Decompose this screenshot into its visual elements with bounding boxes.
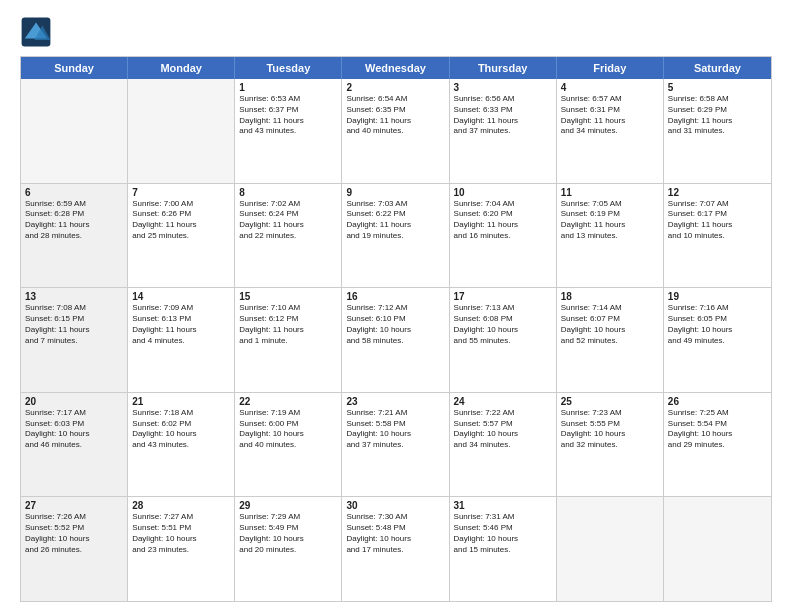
sunset-line: Sunset: 5:48 PM xyxy=(346,523,444,534)
header-day-saturday: Saturday xyxy=(664,57,771,79)
daylight-line1: Daylight: 11 hours xyxy=(454,220,552,231)
daylight-line1: Daylight: 11 hours xyxy=(668,116,767,127)
daylight-line2: and 16 minutes. xyxy=(454,231,552,242)
sunset-line: Sunset: 6:05 PM xyxy=(668,314,767,325)
sunrise-line: Sunrise: 7:04 AM xyxy=(454,199,552,210)
daylight-line1: Daylight: 10 hours xyxy=(454,534,552,545)
sunrise-line: Sunrise: 7:07 AM xyxy=(668,199,767,210)
logo xyxy=(20,16,56,48)
daylight-line1: Daylight: 10 hours xyxy=(239,429,337,440)
sunset-line: Sunset: 6:26 PM xyxy=(132,209,230,220)
cal-cell: 13Sunrise: 7:08 AMSunset: 6:15 PMDayligh… xyxy=(21,288,128,392)
day-number: 7 xyxy=(132,187,230,198)
header-day-wednesday: Wednesday xyxy=(342,57,449,79)
sunset-line: Sunset: 5:57 PM xyxy=(454,419,552,430)
cal-cell: 31Sunrise: 7:31 AMSunset: 5:46 PMDayligh… xyxy=(450,497,557,601)
sunrise-line: Sunrise: 6:57 AM xyxy=(561,94,659,105)
cal-cell xyxy=(128,79,235,183)
day-number: 30 xyxy=(346,500,444,511)
cal-cell: 23Sunrise: 7:21 AMSunset: 5:58 PMDayligh… xyxy=(342,393,449,497)
sunrise-line: Sunrise: 7:23 AM xyxy=(561,408,659,419)
daylight-line2: and 37 minutes. xyxy=(346,440,444,451)
day-number: 12 xyxy=(668,187,767,198)
day-number: 28 xyxy=(132,500,230,511)
daylight-line2: and 17 minutes. xyxy=(346,545,444,556)
sunrise-line: Sunrise: 7:27 AM xyxy=(132,512,230,523)
sunset-line: Sunset: 5:51 PM xyxy=(132,523,230,534)
daylight-line2: and 25 minutes. xyxy=(132,231,230,242)
day-number: 26 xyxy=(668,396,767,407)
daylight-line2: and 37 minutes. xyxy=(454,126,552,137)
sunset-line: Sunset: 6:13 PM xyxy=(132,314,230,325)
sunrise-line: Sunrise: 7:13 AM xyxy=(454,303,552,314)
daylight-line1: Daylight: 10 hours xyxy=(346,429,444,440)
day-number: 1 xyxy=(239,82,337,93)
sunrise-line: Sunrise: 7:29 AM xyxy=(239,512,337,523)
cal-cell: 3Sunrise: 6:56 AMSunset: 6:33 PMDaylight… xyxy=(450,79,557,183)
sunset-line: Sunset: 6:31 PM xyxy=(561,105,659,116)
daylight-line1: Daylight: 11 hours xyxy=(239,116,337,127)
daylight-line2: and 13 minutes. xyxy=(561,231,659,242)
daylight-line2: and 34 minutes. xyxy=(454,440,552,451)
daylight-line1: Daylight: 10 hours xyxy=(132,534,230,545)
day-number: 22 xyxy=(239,396,337,407)
sunset-line: Sunset: 6:24 PM xyxy=(239,209,337,220)
sunset-line: Sunset: 5:55 PM xyxy=(561,419,659,430)
day-number: 19 xyxy=(668,291,767,302)
daylight-line1: Daylight: 10 hours xyxy=(668,429,767,440)
day-number: 15 xyxy=(239,291,337,302)
daylight-line2: and 40 minutes. xyxy=(346,126,444,137)
daylight-line2: and 29 minutes. xyxy=(668,440,767,451)
day-number: 24 xyxy=(454,396,552,407)
daylight-line1: Daylight: 10 hours xyxy=(132,429,230,440)
daylight-line2: and 55 minutes. xyxy=(454,336,552,347)
sunset-line: Sunset: 6:00 PM xyxy=(239,419,337,430)
calendar-header: SundayMondayTuesdayWednesdayThursdayFrid… xyxy=(21,57,771,79)
daylight-line2: and 19 minutes. xyxy=(346,231,444,242)
daylight-line2: and 7 minutes. xyxy=(25,336,123,347)
sunrise-line: Sunrise: 7:17 AM xyxy=(25,408,123,419)
day-number: 21 xyxy=(132,396,230,407)
cal-cell: 20Sunrise: 7:17 AMSunset: 6:03 PMDayligh… xyxy=(21,393,128,497)
sunrise-line: Sunrise: 7:19 AM xyxy=(239,408,337,419)
daylight-line1: Daylight: 11 hours xyxy=(132,220,230,231)
cal-cell: 11Sunrise: 7:05 AMSunset: 6:19 PMDayligh… xyxy=(557,184,664,288)
cal-cell xyxy=(664,497,771,601)
cal-cell: 19Sunrise: 7:16 AMSunset: 6:05 PMDayligh… xyxy=(664,288,771,392)
week-row-2: 6Sunrise: 6:59 AMSunset: 6:28 PMDaylight… xyxy=(21,184,771,289)
daylight-line2: and 49 minutes. xyxy=(668,336,767,347)
sunset-line: Sunset: 6:15 PM xyxy=(25,314,123,325)
daylight-line2: and 28 minutes. xyxy=(25,231,123,242)
daylight-line1: Daylight: 10 hours xyxy=(668,325,767,336)
sunset-line: Sunset: 6:29 PM xyxy=(668,105,767,116)
daylight-line1: Daylight: 11 hours xyxy=(239,220,337,231)
daylight-line1: Daylight: 11 hours xyxy=(25,325,123,336)
sunrise-line: Sunrise: 7:30 AM xyxy=(346,512,444,523)
sunrise-line: Sunrise: 7:09 AM xyxy=(132,303,230,314)
day-number: 11 xyxy=(561,187,659,198)
cal-cell xyxy=(557,497,664,601)
sunset-line: Sunset: 6:03 PM xyxy=(25,419,123,430)
daylight-line2: and 40 minutes. xyxy=(239,440,337,451)
day-number: 20 xyxy=(25,396,123,407)
sunrise-line: Sunrise: 7:26 AM xyxy=(25,512,123,523)
daylight-line2: and 4 minutes. xyxy=(132,336,230,347)
sunset-line: Sunset: 6:22 PM xyxy=(346,209,444,220)
sunset-line: Sunset: 5:52 PM xyxy=(25,523,123,534)
sunrise-line: Sunrise: 7:14 AM xyxy=(561,303,659,314)
sunset-line: Sunset: 5:54 PM xyxy=(668,419,767,430)
header-day-monday: Monday xyxy=(128,57,235,79)
daylight-line2: and 31 minutes. xyxy=(668,126,767,137)
daylight-line1: Daylight: 11 hours xyxy=(561,220,659,231)
daylight-line1: Daylight: 11 hours xyxy=(132,325,230,336)
cal-cell: 27Sunrise: 7:26 AMSunset: 5:52 PMDayligh… xyxy=(21,497,128,601)
cal-cell: 14Sunrise: 7:09 AMSunset: 6:13 PMDayligh… xyxy=(128,288,235,392)
sunrise-line: Sunrise: 7:25 AM xyxy=(668,408,767,419)
sunset-line: Sunset: 6:07 PM xyxy=(561,314,659,325)
cal-cell: 15Sunrise: 7:10 AMSunset: 6:12 PMDayligh… xyxy=(235,288,342,392)
daylight-line2: and 46 minutes. xyxy=(25,440,123,451)
cal-cell: 18Sunrise: 7:14 AMSunset: 6:07 PMDayligh… xyxy=(557,288,664,392)
week-row-3: 13Sunrise: 7:08 AMSunset: 6:15 PMDayligh… xyxy=(21,288,771,393)
day-number: 29 xyxy=(239,500,337,511)
day-number: 2 xyxy=(346,82,444,93)
